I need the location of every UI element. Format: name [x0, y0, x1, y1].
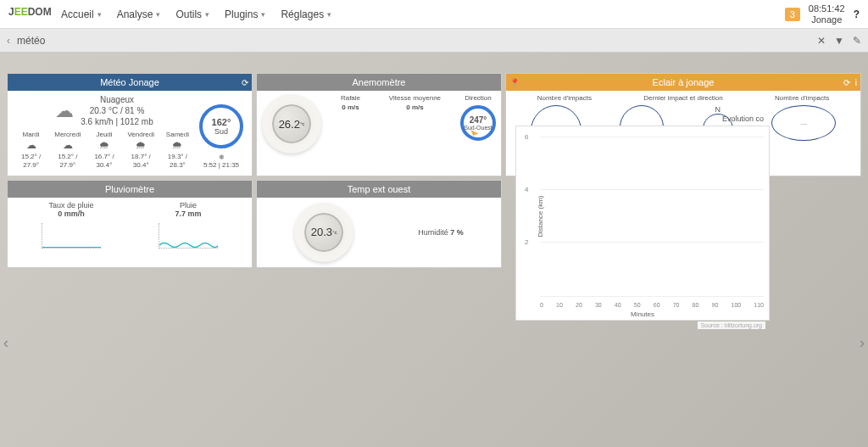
chevron-right-icon[interactable]: ›: [860, 334, 865, 352]
chevron-left-icon[interactable]: ‹: [3, 334, 8, 352]
card-meteo: Météo Jonage ⟳ ☁ Nuageux 20.3 °C / 81 % …: [7, 73, 253, 176]
clear-icon[interactable]: ✕: [817, 35, 826, 47]
logo: JEEDOM: [8, 6, 53, 23]
menu-analyse[interactable]: Analyse: [117, 8, 161, 20]
edit-icon[interactable]: ✎: [853, 35, 861, 47]
chart-evolution: Evolution co Distance (km) 6 4 2 0102030…: [515, 126, 770, 321]
chevron-left-icon[interactable]: ‹: [7, 35, 10, 47]
search-input[interactable]: météo: [17, 35, 817, 47]
impacts-ellipse: ---: [771, 105, 836, 141]
cloud-icon: ☁: [55, 100, 74, 122]
pin-icon[interactable]: 📍: [509, 78, 520, 87]
refresh-icon[interactable]: ⟳: [843, 78, 850, 87]
help-icon[interactable]: ?: [854, 8, 860, 20]
top-bar: JEEDOM Accueil Analyse Outils Plugins Ré…: [0, 0, 868, 29]
card-header-anemo: Anemomètre: [257, 74, 501, 91]
card-anemometre: Anemomètre 26.2°c Rafale0 m/s Vitesse mo…: [256, 73, 502, 176]
clock: 08:51:42 Jonage: [809, 3, 845, 24]
card-header-eclair: 📍 Eclair à jonage ⟳i: [506, 74, 860, 91]
info-icon[interactable]: i: [855, 78, 857, 87]
menu-accueil[interactable]: Accueil: [61, 8, 102, 20]
card-temp-ext: Temp ext ouest 20.3°c Humidité 7 %: [256, 180, 502, 268]
menu-outils[interactable]: Outils: [175, 8, 209, 20]
menu-plugins[interactable]: Plugins: [225, 8, 265, 20]
forecast-row: Mardi☁15.2° / 27.9° Mercredi☁15.2° / 27.…: [13, 131, 196, 170]
refresh-icon[interactable]: ⟳: [242, 78, 248, 87]
spark-total: [159, 223, 218, 249]
direction-compass: 247° Sud-Ouest: [460, 105, 496, 141]
filter-icon[interactable]: ▼: [834, 35, 844, 47]
gauge-anemo: 26.2°c: [262, 94, 321, 154]
gauge-temp-ext: 20.3°c: [294, 203, 353, 262]
card-header-meteo: Météo Jonage ⟳: [8, 74, 252, 91]
snow-icon: ❄: [196, 154, 247, 161]
menu-reglages[interactable]: Réglages: [281, 8, 331, 20]
notif-badge[interactable]: 3: [785, 8, 800, 21]
card-pluviometre: Pluviomètre Taux de pluie 0 mm/h Pluie 7…: [7, 180, 253, 268]
wind-compass: 162° Sud: [199, 104, 243, 148]
spark-rate: [42, 223, 101, 249]
main-menu: Accueil Analyse Outils Plugins Réglages: [61, 8, 331, 20]
search-bar: ‹ météo ✕ ▼ ✎: [0, 29, 868, 53]
